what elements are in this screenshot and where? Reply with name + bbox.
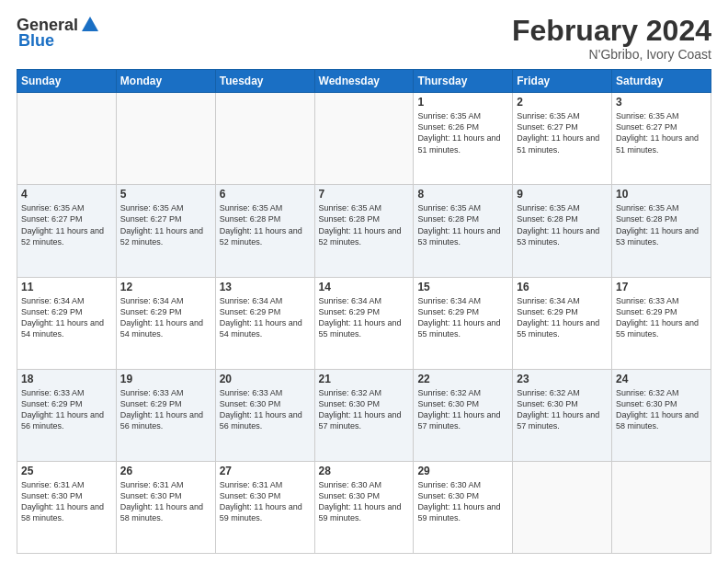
day-number: 2 [517, 96, 608, 109]
calendar-week-row: 4Sunrise: 6:35 AMSunset: 6:27 PMDaylight… [17, 185, 711, 277]
logo-blue-text: Blue [18, 31, 54, 51]
calendar-week-row: 11Sunrise: 6:34 AMSunset: 6:29 PMDayligh… [17, 277, 711, 369]
calendar-day-cell: 29Sunrise: 6:30 AMSunset: 6:30 PMDayligh… [414, 461, 513, 553]
calendar-day-cell: 22Sunrise: 6:32 AMSunset: 6:30 PMDayligh… [414, 369, 513, 461]
day-info: Sunrise: 6:34 AMSunset: 6:29 PMDaylight:… [21, 295, 112, 340]
day-info: Sunrise: 6:35 AMSunset: 6:27 PMDaylight:… [21, 202, 112, 247]
calendar-day-cell: 4Sunrise: 6:35 AMSunset: 6:27 PMDaylight… [17, 185, 117, 277]
day-info: Sunrise: 6:33 AMSunset: 6:29 PMDaylight:… [21, 387, 112, 432]
day-number: 26 [120, 465, 211, 477]
svg-marker-0 [82, 17, 98, 31]
day-info: Sunrise: 6:33 AMSunset: 6:29 PMDaylight:… [616, 295, 707, 340]
calendar-day-cell: 15Sunrise: 6:34 AMSunset: 6:29 PMDayligh… [414, 277, 513, 369]
calendar-weekday-header: Sunday [17, 70, 117, 93]
day-number: 8 [417, 188, 508, 201]
day-info: Sunrise: 6:35 AMSunset: 6:27 PMDaylight:… [616, 110, 707, 155]
day-number: 16 [517, 281, 608, 293]
calendar-day-cell: 6Sunrise: 6:35 AMSunset: 6:28 PMDaylight… [215, 185, 314, 277]
day-number: 13 [220, 281, 311, 293]
calendar-day-cell: 7Sunrise: 6:35 AMSunset: 6:28 PMDaylight… [314, 185, 414, 277]
calendar-day-cell [513, 461, 612, 553]
location-title: N'Gbribo, Ivory Coast [512, 47, 711, 62]
day-number: 21 [319, 373, 410, 385]
day-info: Sunrise: 6:32 AMSunset: 6:30 PMDaylight:… [616, 387, 707, 432]
day-info: Sunrise: 6:34 AMSunset: 6:29 PMDaylight:… [417, 295, 508, 340]
calendar-day-cell: 9Sunrise: 6:35 AMSunset: 6:28 PMDaylight… [513, 185, 612, 277]
day-number: 24 [616, 373, 707, 385]
day-number: 19 [120, 373, 211, 385]
day-info: Sunrise: 6:32 AMSunset: 6:30 PMDaylight:… [517, 387, 608, 432]
logo-icon [80, 15, 100, 35]
calendar-day-cell: 12Sunrise: 6:34 AMSunset: 6:29 PMDayligh… [116, 277, 215, 369]
title-block: February 2024 N'Gbribo, Ivory Coast [512, 15, 711, 62]
calendar-weekday-header: Wednesday [314, 70, 414, 93]
day-number: 1 [417, 96, 508, 109]
day-number: 10 [616, 188, 707, 201]
calendar-day-cell: 3Sunrise: 6:35 AMSunset: 6:27 PMDaylight… [612, 93, 711, 185]
day-info: Sunrise: 6:35 AMSunset: 6:26 PMDaylight:… [417, 110, 508, 155]
header: General Blue February 2024 N'Gbribo, Ivo… [17, 15, 711, 62]
day-number: 4 [21, 188, 112, 201]
calendar-day-cell: 8Sunrise: 6:35 AMSunset: 6:28 PMDaylight… [414, 185, 513, 277]
day-info: Sunrise: 6:32 AMSunset: 6:30 PMDaylight:… [319, 387, 410, 432]
day-number: 7 [319, 188, 410, 201]
day-number: 17 [616, 281, 707, 293]
calendar-weekday-header: Thursday [414, 70, 513, 93]
calendar-day-cell: 23Sunrise: 6:32 AMSunset: 6:30 PMDayligh… [513, 369, 612, 461]
calendar-week-row: 25Sunrise: 6:31 AMSunset: 6:30 PMDayligh… [17, 461, 711, 553]
calendar-weekday-header: Monday [116, 70, 215, 93]
calendar-day-cell: 16Sunrise: 6:34 AMSunset: 6:29 PMDayligh… [513, 277, 612, 369]
day-info: Sunrise: 6:35 AMSunset: 6:28 PMDaylight:… [220, 202, 311, 247]
day-info: Sunrise: 6:34 AMSunset: 6:29 PMDaylight:… [319, 295, 410, 340]
day-number: 27 [220, 465, 311, 477]
day-number: 20 [220, 373, 311, 385]
day-info: Sunrise: 6:30 AMSunset: 6:30 PMDaylight:… [417, 479, 508, 524]
calendar-day-cell: 25Sunrise: 6:31 AMSunset: 6:30 PMDayligh… [17, 461, 117, 553]
calendar-weekday-header: Friday [513, 70, 612, 93]
calendar-day-cell: 1Sunrise: 6:35 AMSunset: 6:26 PMDaylight… [414, 93, 513, 185]
day-number: 6 [220, 188, 311, 201]
day-number: 29 [417, 465, 508, 477]
day-info: Sunrise: 6:31 AMSunset: 6:30 PMDaylight:… [21, 479, 112, 524]
calendar-day-cell: 14Sunrise: 6:34 AMSunset: 6:29 PMDayligh… [314, 277, 414, 369]
day-number: 3 [616, 96, 707, 109]
day-info: Sunrise: 6:34 AMSunset: 6:29 PMDaylight:… [517, 295, 608, 340]
day-info: Sunrise: 6:35 AMSunset: 6:28 PMDaylight:… [417, 202, 508, 247]
month-title: February 2024 [512, 15, 711, 47]
day-number: 23 [517, 373, 608, 385]
day-number: 18 [21, 373, 112, 385]
calendar-day-cell: 10Sunrise: 6:35 AMSunset: 6:28 PMDayligh… [612, 185, 711, 277]
calendar-day-cell: 19Sunrise: 6:33 AMSunset: 6:29 PMDayligh… [116, 369, 215, 461]
calendar-table: SundayMondayTuesdayWednesdayThursdayFrid… [17, 69, 711, 554]
day-number: 5 [120, 188, 211, 201]
day-info: Sunrise: 6:34 AMSunset: 6:29 PMDaylight:… [220, 295, 311, 340]
calendar-day-cell [116, 93, 215, 185]
day-number: 22 [417, 373, 508, 385]
page: General Blue February 2024 N'Gbribo, Ivo… [0, 0, 728, 563]
calendar-day-cell [17, 93, 117, 185]
calendar-week-row: 18Sunrise: 6:33 AMSunset: 6:29 PMDayligh… [17, 369, 711, 461]
calendar-weekday-header: Tuesday [215, 70, 314, 93]
calendar-day-cell: 17Sunrise: 6:33 AMSunset: 6:29 PMDayligh… [612, 277, 711, 369]
day-info: Sunrise: 6:30 AMSunset: 6:30 PMDaylight:… [319, 479, 410, 524]
calendar-day-cell [215, 93, 314, 185]
calendar-week-row: 1Sunrise: 6:35 AMSunset: 6:26 PMDaylight… [17, 93, 711, 185]
calendar-header-row: SundayMondayTuesdayWednesdayThursdayFrid… [17, 70, 711, 93]
day-number: 28 [319, 465, 410, 477]
calendar-day-cell: 13Sunrise: 6:34 AMSunset: 6:29 PMDayligh… [215, 277, 314, 369]
calendar-day-cell: 24Sunrise: 6:32 AMSunset: 6:30 PMDayligh… [612, 369, 711, 461]
day-info: Sunrise: 6:34 AMSunset: 6:29 PMDaylight:… [120, 295, 211, 340]
calendar-day-cell: 11Sunrise: 6:34 AMSunset: 6:29 PMDayligh… [17, 277, 117, 369]
day-number: 12 [120, 281, 211, 293]
day-number: 14 [319, 281, 410, 293]
day-info: Sunrise: 6:35 AMSunset: 6:28 PMDaylight:… [319, 202, 410, 247]
calendar-day-cell: 27Sunrise: 6:31 AMSunset: 6:30 PMDayligh… [215, 461, 314, 553]
calendar-day-cell: 21Sunrise: 6:32 AMSunset: 6:30 PMDayligh… [314, 369, 414, 461]
calendar-day-cell: 26Sunrise: 6:31 AMSunset: 6:30 PMDayligh… [116, 461, 215, 553]
day-info: Sunrise: 6:33 AMSunset: 6:29 PMDaylight:… [120, 387, 211, 432]
day-info: Sunrise: 6:33 AMSunset: 6:30 PMDaylight:… [220, 387, 311, 432]
day-info: Sunrise: 6:35 AMSunset: 6:28 PMDaylight:… [517, 202, 608, 247]
calendar-day-cell: 2Sunrise: 6:35 AMSunset: 6:27 PMDaylight… [513, 93, 612, 185]
calendar-day-cell: 20Sunrise: 6:33 AMSunset: 6:30 PMDayligh… [215, 369, 314, 461]
day-info: Sunrise: 6:35 AMSunset: 6:28 PMDaylight:… [616, 202, 707, 247]
